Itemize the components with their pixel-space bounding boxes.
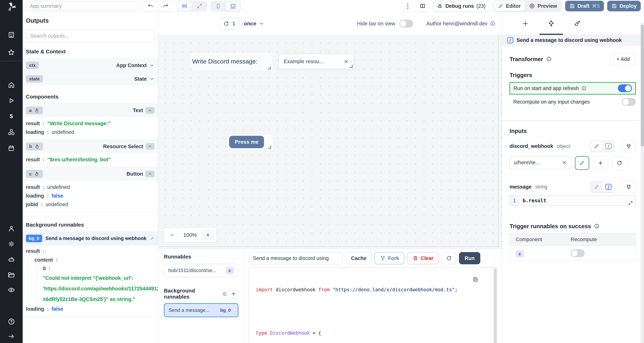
clear-x-icon[interactable]: [562, 160, 567, 165]
add-transformer-button[interactable]: + Add: [610, 53, 636, 65]
settings-gear-icon[interactable]: [0, 239, 23, 250]
centered-layout-icon[interactable]: [178, 2, 192, 10]
schedules-calendar-icon[interactable]: [0, 143, 23, 154]
add-background-runnable-button[interactable]: [229, 289, 238, 299]
resource-select-component[interactable]: Example resou...: [278, 54, 354, 69]
runnables-title: Runnables: [164, 254, 238, 260]
more-menu-kebab[interactable]: ⋮: [403, 2, 412, 10]
help-icon[interactable]: [0, 316, 23, 327]
chevron-down-icon[interactable]: [149, 76, 154, 82]
runnable-item-bg0-selected[interactable]: Send a message... bg_0: [164, 303, 238, 317]
scrollbar-thumb[interactable]: [641, 25, 644, 146]
folders-icon[interactable]: [0, 269, 23, 280]
users-person-icon[interactable]: [0, 224, 23, 234]
bg-result-tree: result: content: 0: "Could not interpret…: [23, 245, 158, 316]
static-pencil-icon[interactable]: [591, 141, 602, 152]
favorites-star-icon[interactable]: [0, 47, 23, 58]
bg-runnable-row[interactable]: bg_0 Send a message to discord using web…: [23, 232, 158, 245]
fullscreen-layout-icon[interactable]: [192, 2, 206, 10]
fork-button[interactable]: Fork: [374, 252, 404, 264]
discord-webhook-field-row: discord_webhook object f: [510, 140, 636, 152]
prop-row: result:"$res:u/henri/testing_bot": [26, 155, 154, 164]
resource-select[interactable]: u/henri/te...: [510, 156, 571, 169]
component-settings-panel: f Send a message to discord using webhoo…: [502, 12, 644, 343]
component-header-b[interactable]: b Resource Select: [23, 140, 158, 153]
connect-plug-icon[interactable]: [622, 140, 636, 152]
desktop-view-icon[interactable]: [226, 2, 240, 10]
home-icon[interactable]: [0, 80, 23, 90]
canvas-zoom-control: − 100% +: [164, 228, 217, 243]
zoom-in-button[interactable]: +: [202, 230, 214, 240]
run-button[interactable]: Run: [459, 252, 480, 264]
code-scrollbar[interactable]: [494, 268, 496, 343]
run-on-start-toggle[interactable]: [618, 84, 632, 92]
save-icon: [611, 3, 617, 9]
audit-eye-icon[interactable]: [0, 284, 23, 295]
message-expression-editor[interactable]: 1 b.result: [510, 196, 636, 206]
selected-runnable-header: f Send a message to discord using webhoo…: [502, 35, 644, 46]
refresh-count-box[interactable]: 1: [219, 18, 240, 30]
clear-button[interactable]: Clear: [407, 252, 439, 264]
refresh-code-button[interactable]: [442, 252, 456, 264]
tab-component-settings-icon[interactable]: [538, 12, 564, 35]
debug-runs-button[interactable]: Debug runs (23): [433, 1, 490, 12]
zoom-out-button[interactable]: −: [166, 230, 178, 240]
eval-function-icon[interactable]: f: [602, 182, 614, 192]
tab-styling-brush-icon[interactable]: [564, 12, 590, 35]
collapse-arrow-icon[interactable]: [0, 331, 23, 342]
expand-editor-icon[interactable]: [626, 198, 636, 208]
chevron-down-icon: [259, 21, 264, 26]
resize-handle[interactable]: [350, 65, 352, 68]
resize-handle[interactable]: [268, 146, 271, 148]
workspace-icon[interactable]: [0, 30, 23, 40]
hide-bar-toggle[interactable]: [399, 20, 414, 28]
redo-button[interactable]: [158, 1, 173, 11]
windmill-logo[interactable]: [0, 2, 23, 12]
workers-robot-icon[interactable]: [0, 254, 23, 265]
tab-editor[interactable]: Editor: [494, 1, 525, 11]
connect-plug-icon[interactable]: [622, 181, 636, 193]
text-component[interactable]: Write Discord message:: [192, 52, 272, 70]
resize-handle[interactable]: [268, 66, 270, 69]
refresh-mode-dropdown[interactable]: once: [244, 20, 264, 27]
runnable-name-input[interactable]: [248, 252, 343, 264]
runnable-item-hub[interactable]: hub/1511/discord/se... c: [164, 264, 238, 277]
runs-play-icon[interactable]: [0, 95, 23, 106]
collapse-chevron-up[interactable]: [146, 143, 154, 150]
draft-button[interactable]: Draft⌘S: [565, 1, 604, 12]
chevron-down-icon[interactable]: [149, 62, 154, 68]
clear-x-icon[interactable]: [344, 59, 349, 64]
docs-book-button[interactable]: [416, 1, 430, 12]
app-summary-input[interactable]: [26, 1, 139, 11]
recompute-toggle[interactable]: [622, 98, 636, 106]
static-pencil-icon[interactable]: [591, 182, 602, 192]
output-row-ctx[interactable]: ctx App Context: [23, 58, 158, 72]
divider: [23, 316, 158, 317]
add-resource-button[interactable]: [593, 156, 608, 170]
cache-button[interactable]: Cache: [346, 252, 372, 264]
eval-function-icon[interactable]: f: [602, 141, 614, 152]
edit-resource-pencil-button[interactable]: [575, 156, 589, 170]
app-canvas[interactable]: Write Discord message: Example resou... …: [158, 35, 502, 248]
deploy-button[interactable]: Deploy: [607, 1, 641, 12]
component-header-c[interactable]: c Button: [23, 167, 158, 181]
component-header-a[interactable]: a Text: [23, 104, 158, 117]
search-outputs-input[interactable]: [26, 30, 155, 42]
refresh-resource-button[interactable]: [612, 156, 627, 170]
recompute-row-toggle[interactable]: [571, 249, 585, 257]
resources-cubes-icon[interactable]: [0, 127, 23, 138]
copy-code-icon[interactable]: [472, 276, 478, 283]
edit-pencil-icon[interactable]: [150, 236, 154, 240]
outputs-title: Outputs: [26, 17, 154, 24]
tab-insert-plus-icon[interactable]: [512, 12, 538, 35]
collapse-chevron-up[interactable]: [146, 107, 154, 114]
mobile-view-icon[interactable]: [211, 2, 225, 10]
collapse-chevron-up[interactable]: [146, 171, 154, 177]
press-me-button[interactable]: Press me: [229, 136, 264, 148]
undo-button[interactable]: [143, 1, 158, 11]
tab-preview[interactable]: Preview: [525, 1, 561, 11]
variables-dollar-icon[interactable]: $: [0, 111, 23, 122]
zoom-level: 100%: [180, 232, 200, 238]
output-row-state[interactable]: state State: [23, 72, 158, 86]
code-editor[interactable]: import discordwebhook from "https://deno…: [248, 267, 498, 343]
